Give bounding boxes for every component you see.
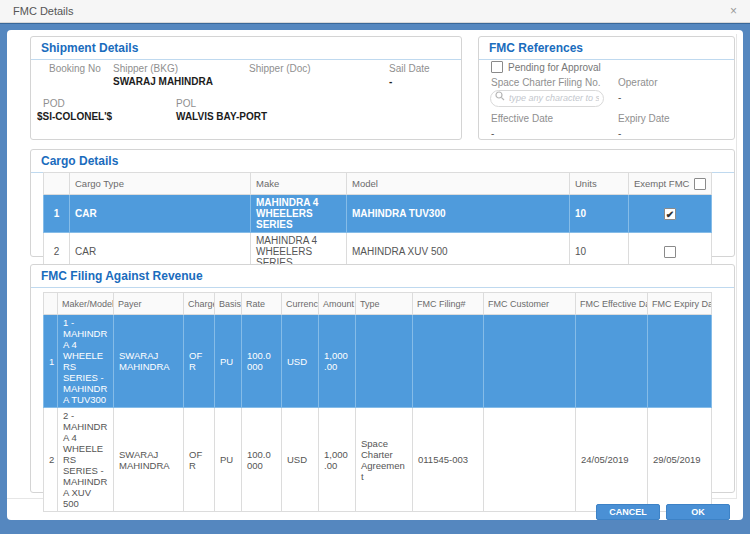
content-right-divider xyxy=(736,34,737,498)
effective-date-label: Effective Date xyxy=(491,113,553,124)
maker-model-cell: 1 - MAHINDRA 4 WHEELERS SERIES - MAHINDR… xyxy=(58,315,114,408)
charge-cell: OFR xyxy=(184,408,215,512)
cargo-header-row: Cargo Type Make Model Units Exempt FMC xyxy=(44,173,712,195)
filing-col-amount: Amount xyxy=(319,293,356,315)
window-titlebar: FMC Details × xyxy=(0,0,750,23)
filing-row-num: 1 xyxy=(44,315,58,408)
fmc-effective-cell: 24/05/2019 xyxy=(576,408,648,512)
filing-header-row: Maker/Model Payer Charge Basis Rate Curr… xyxy=(44,293,712,315)
dialog-footer: CANCEL OK xyxy=(596,504,730,520)
filing-col-fmc-expiry-date: FMC Expiry Date xyxy=(648,293,712,315)
fmc-customer-cell xyxy=(484,408,576,512)
fmc-references-heading: FMC References xyxy=(479,37,734,60)
filing-col-maker-model: Maker/Model xyxy=(58,293,114,315)
space-charter-filing-input[interactable] xyxy=(490,90,604,107)
cargo-col-model: Model xyxy=(347,173,570,195)
pol-value: WALVIS BAY-PORT xyxy=(176,111,267,122)
type-cell: Space Charter Agreement xyxy=(356,408,413,512)
shipment-details-heading: Shipment Details xyxy=(31,37,461,60)
field-sail-date: Sail Date - xyxy=(389,63,430,87)
charge-cell: OFR xyxy=(184,315,215,408)
make-cell: MAHINDRA 4 WHEELERS SERIES xyxy=(251,195,347,233)
field-pod: POD $SI-COLONEL'$ xyxy=(43,98,112,122)
units-cell: 10 xyxy=(570,195,629,233)
close-icon[interactable]: × xyxy=(730,5,737,17)
exempt-fmc-header-checkbox[interactable] xyxy=(694,178,706,190)
filing-col-rate: Rate xyxy=(242,293,282,315)
type-cell xyxy=(356,315,413,408)
shipment-details-section: Shipment Details Booking No Shipper (BKG… xyxy=(30,36,462,140)
operator-value: - xyxy=(618,92,657,103)
pending-approval-label: Pending for Approval xyxy=(508,62,601,73)
pending-approval-checkbox[interactable] xyxy=(491,61,503,73)
space-charter-search xyxy=(490,87,604,107)
cargo-col-units: Units xyxy=(570,173,629,195)
fmc-filing-heading: FMC Filing Against Revenue xyxy=(31,265,734,288)
exempt-cell: ✔ xyxy=(629,195,712,233)
field-effective-date: Effective Date - xyxy=(491,113,553,139)
cargo-col-exempt-fmc: Exempt FMC xyxy=(629,173,712,195)
pod-label: POD xyxy=(43,98,112,109)
filing-col-fmc-effective-date: FMC Effective Date xyxy=(576,293,648,315)
cargo-col-cargo-type: Cargo Type xyxy=(70,173,251,195)
cargo-row-num: 1 xyxy=(44,195,70,233)
cargo-row-1[interactable]: 1 CAR MAHINDRA 4 WHEELERS SERIES MAHINDR… xyxy=(44,195,712,233)
filing-col-type: Type xyxy=(356,293,413,315)
fmc-references-section: FMC References Pending for Approval Spac… xyxy=(478,36,735,140)
fmc-filing-cell: 011545-003 xyxy=(413,408,484,512)
fmc-expiry-cell xyxy=(648,315,712,408)
amount-cell: 1,000.00 xyxy=(319,315,356,408)
cancel-button[interactable]: CANCEL xyxy=(596,504,660,520)
filing-row-num: 2 xyxy=(44,408,58,512)
basis-cell: PU xyxy=(215,408,242,512)
filing-col-fmc-filing: FMC Filing# xyxy=(413,293,484,315)
booking-no-label: Booking No xyxy=(49,63,101,74)
filing-row-1[interactable]: 1 1 - MAHINDRA 4 WHEELERS SERIES - MAHIN… xyxy=(44,315,712,408)
field-pol: POL WALVIS BAY-PORT xyxy=(176,98,267,122)
expiry-date-value: - xyxy=(618,128,670,139)
field-booking-no: Booking No xyxy=(49,63,101,76)
currency-cell: USD xyxy=(282,408,319,512)
filing-col-basis: Basis xyxy=(215,293,242,315)
shipper-bkg-value: SWARAJ MAHINDRA xyxy=(113,76,213,87)
exempt-fmc-label: Exempt FMC xyxy=(634,178,689,189)
pol-label: POL xyxy=(176,98,267,109)
payer-cell: SWARAJ MAHINDRA xyxy=(114,315,184,408)
fmc-expiry-cell: 29/05/2019 xyxy=(648,408,712,512)
modal-frame: Shipment Details Booking No Shipper (BKG… xyxy=(0,23,750,534)
cargo-table: Cargo Type Make Model Units Exempt FMC 1… xyxy=(43,172,712,271)
rate-cell: 100.0000 xyxy=(242,408,282,512)
shipper-bkg-label: Shipper (BKG) xyxy=(113,63,213,74)
cargo-col-make: Make xyxy=(251,173,347,195)
field-shipper-bkg: Shipper (BKG) SWARAJ MAHINDRA xyxy=(113,63,213,87)
window-title: FMC Details xyxy=(13,5,74,17)
shipper-doc-label: Shipper (Doc) xyxy=(249,63,311,74)
exempt-checkbox-row-2[interactable] xyxy=(664,246,676,258)
exempt-checkbox-row-1[interactable]: ✔ xyxy=(664,208,676,220)
filing-col-num xyxy=(44,293,58,315)
cargo-details-heading: Cargo Details xyxy=(31,150,734,173)
ok-button[interactable]: OK xyxy=(666,504,730,520)
effective-date-value: - xyxy=(491,128,553,139)
filing-col-payer: Payer xyxy=(114,293,184,315)
cargo-col-num xyxy=(44,173,70,195)
field-operator: Operator - xyxy=(618,77,657,103)
fmc-filing-table: Maker/Model Payer Charge Basis Rate Curr… xyxy=(43,292,712,512)
amount-cell: 1,000.00 xyxy=(319,408,356,512)
cargo-type-cell: CAR xyxy=(70,195,251,233)
pod-value: $SI-COLONEL'$ xyxy=(37,111,112,122)
cargo-details-section: Cargo Details Cargo Type Make Model Unit… xyxy=(30,149,735,257)
filing-row-2[interactable]: 2 2 - MAHINDRA 4 WHEELERS SERIES - MAHIN… xyxy=(44,408,712,512)
fmc-filing-cell xyxy=(413,315,484,408)
filing-col-fmc-customer: FMC Customer xyxy=(484,293,576,315)
basis-cell: PU xyxy=(215,315,242,408)
filing-col-charge: Charge xyxy=(184,293,215,315)
field-shipper-doc: Shipper (Doc) xyxy=(249,63,311,76)
sail-date-label: Sail Date xyxy=(389,63,430,74)
sail-date-value: - xyxy=(389,76,430,87)
currency-cell: USD xyxy=(282,315,319,408)
operator-label: Operator xyxy=(618,77,657,88)
field-expiry-date: Expiry Date - xyxy=(618,113,670,139)
model-cell: MAHINDRA TUV300 xyxy=(347,195,570,233)
pending-for-approval-row: Pending for Approval xyxy=(491,61,601,73)
